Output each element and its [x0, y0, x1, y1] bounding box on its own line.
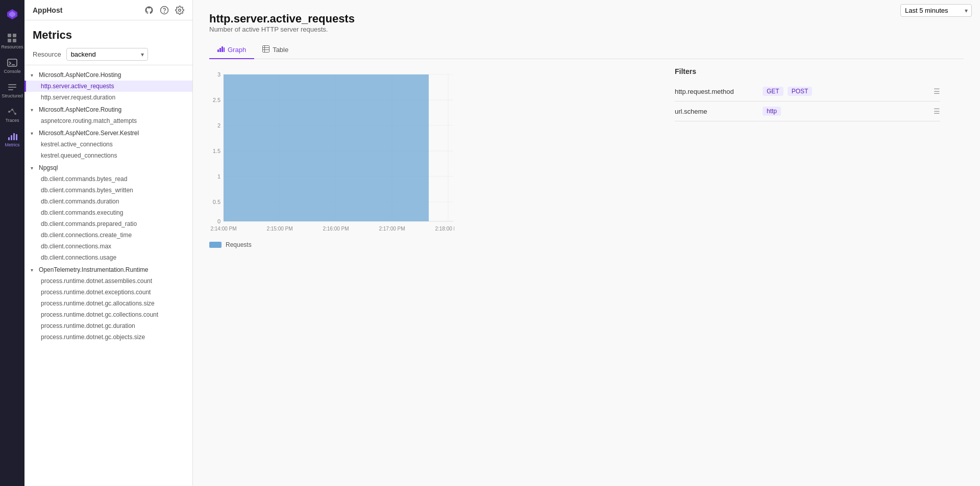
tree-item[interactable]: process.runtime.dotnet.exceptions.count: [24, 287, 192, 298]
filter-values-0: GET POST: [763, 87, 927, 96]
github-icon[interactable]: [144, 6, 154, 15]
filter-row-0: http.request.method GET POST ☰: [675, 82, 940, 101]
tree-item[interactable]: process.runtime.dotnet.gc.allocations.si…: [24, 298, 192, 309]
tab-graph-label: Graph: [228, 46, 246, 54]
svg-line-15: [13, 110, 14, 113]
filter-name-1: url.scheme: [675, 108, 756, 115]
top-bar-icons: [144, 6, 184, 15]
tree-item[interactable]: kestrel.queued_connections: [24, 150, 192, 161]
svg-text:2:17:00 PM: 2:17:00 PM: [379, 226, 405, 232]
tab-table[interactable]: Table: [254, 41, 297, 59]
app-title-bar: AppHost: [33, 6, 62, 14]
svg-line-14: [10, 110, 11, 112]
tree-item[interactable]: process.runtime.dotnet.gc.objects.size: [24, 331, 192, 343]
svg-text:1.5: 1.5: [213, 148, 220, 154]
svg-rect-23: [217, 49, 219, 52]
tree-group-header[interactable]: ▾Npgsql: [24, 162, 192, 173]
sidebar-item-traces[interactable]: Traces: [0, 104, 24, 126]
tree-item[interactable]: process.runtime.dotnet.gc.collections.co…: [24, 309, 192, 320]
app-logo: [6, 8, 18, 20]
left-panel: AppHost Metrics Resource: [24, 0, 193, 486]
chevron-icon: ▾: [31, 131, 37, 136]
filter-value-http[interactable]: http: [763, 107, 781, 116]
tree-item[interactable]: db.client.commands.bytes_read: [24, 173, 192, 185]
chart-wrapper: 3 2.5 2 1.5 1 0.5 0: [209, 67, 964, 474]
svg-text:2:16:00 PM: 2:16:00 PM: [323, 226, 349, 232]
filters-panel: Filters http.request.method GET POST ☰ u…: [675, 67, 940, 474]
chart-legend: Requests: [209, 241, 658, 248]
tree-group: ▾OpenTelemetry.Instrumentation.Runtimepr…: [24, 264, 192, 343]
resource-label: Resource: [33, 50, 61, 58]
tree-group-header[interactable]: ▾OpenTelemetry.Instrumentation.Runtime: [24, 264, 192, 275]
svg-rect-10: [8, 89, 13, 90]
filter-name-0: http.request.method: [675, 88, 756, 95]
tree-item[interactable]: db.client.commands.bytes_written: [24, 185, 192, 196]
filter-menu-icon-0[interactable]: ☰: [934, 87, 940, 95]
tree-group-label: Npgsql: [39, 164, 58, 171]
tree-item[interactable]: process.runtime.dotnet.assemblies.count: [24, 275, 192, 287]
tree-item[interactable]: kestrel.active_connections: [24, 139, 192, 150]
tree-item[interactable]: db.client.commands.prepared_ratio: [24, 218, 192, 229]
tree-group-header[interactable]: ▾Microsoft.AspNetCore.Hosting: [24, 69, 192, 81]
top-bar: AppHost: [24, 0, 192, 20]
tree-group-header[interactable]: ▾Microsoft.AspNetCore.Routing: [24, 104, 192, 115]
tree-item[interactable]: http.server.request.duration: [24, 92, 192, 103]
page-title: Metrics: [33, 29, 184, 42]
svg-text:2.5: 2.5: [213, 97, 220, 103]
resource-select-wrapper: backend: [66, 48, 148, 61]
svg-text:2:14:00 PM: 2:14:00 PM: [210, 226, 236, 232]
sidebar-item-console[interactable]: Console: [0, 55, 24, 77]
svg-rect-2: [8, 34, 11, 37]
tree-group: ▾Microsoft.AspNetCore.Hostinghttp.server…: [24, 69, 192, 103]
svg-marker-50: [224, 74, 429, 221]
svg-rect-16: [8, 137, 10, 140]
svg-text:0.5: 0.5: [213, 199, 220, 205]
svg-rect-3: [13, 34, 16, 37]
sidebar-item-resources[interactable]: Resources: [0, 30, 24, 53]
settings-icon[interactable]: [175, 6, 184, 15]
metrics-icon: [7, 131, 17, 141]
metric-area: http.server.active_requests Number of ac…: [193, 0, 980, 486]
tree-item[interactable]: http.server.active_requests: [24, 81, 192, 92]
sidebar-item-structured[interactable]: Structured: [0, 79, 24, 101]
svg-rect-25: [222, 46, 223, 52]
tree-group-header[interactable]: ▾Microsoft.AspNetCore.Server.Kestrel: [24, 127, 192, 139]
help-icon[interactable]: [160, 6, 169, 15]
app-title-text: AppHost: [33, 6, 62, 14]
svg-rect-8: [8, 84, 16, 85]
tree-item[interactable]: db.client.connections.usage: [24, 252, 192, 263]
svg-rect-26: [224, 47, 225, 52]
svg-rect-4: [8, 39, 11, 42]
structured-icon: [7, 82, 17, 92]
tree-item[interactable]: process.runtime.dotnet.gc.duration: [24, 320, 192, 331]
metric-header-section: http.server.active_requests Number of ac…: [209, 12, 964, 41]
time-range-select[interactable]: Last 5 minutes Last 15 minutes Last 30 m…: [900, 4, 972, 17]
grid-icon: [7, 33, 17, 43]
filter-value-get[interactable]: GET: [763, 87, 783, 96]
filter-menu-icon-1[interactable]: ☰: [934, 107, 940, 115]
tree-group: ▾Npgsqldb.client.commands.bytes_readdb.c…: [24, 162, 192, 263]
tree-group: ▾Microsoft.AspNetCore.Server.Kestrelkest…: [24, 127, 192, 161]
tab-graph[interactable]: Graph: [209, 41, 254, 59]
filter-value-post[interactable]: POST: [788, 87, 813, 96]
tree-item[interactable]: db.client.connections.max: [24, 241, 192, 252]
tree-item[interactable]: db.client.connections.create_time: [24, 229, 192, 241]
metrics-tree: ▾Microsoft.AspNetCore.Hostinghttp.server…: [24, 65, 192, 486]
svg-text:1: 1: [217, 173, 220, 180]
resource-select[interactable]: backend: [66, 48, 148, 61]
metric-title: http.server.active_requests: [209, 12, 964, 25]
tree-item[interactable]: aspnetcore.routing.match_attempts: [24, 115, 192, 126]
sidebar-item-metrics[interactable]: Metrics: [0, 128, 24, 150]
svg-text:2: 2: [217, 122, 220, 129]
chart-svg-wrapper: 3 2.5 2 1.5 1 0.5 0: [209, 67, 658, 237]
tree-item[interactable]: db.client.commands.executing: [24, 207, 192, 218]
tree-group-label: Microsoft.AspNetCore.Hosting: [39, 71, 121, 79]
svg-text:3: 3: [217, 71, 220, 78]
filters-title: Filters: [675, 67, 940, 75]
svg-rect-18: [13, 133, 15, 140]
resource-row: Resource backend: [33, 48, 184, 61]
tree-item[interactable]: db.client.commands.duration: [24, 196, 192, 207]
chevron-icon: ▾: [31, 107, 37, 113]
tree-group-label: OpenTelemetry.Instrumentation.Runtime: [39, 266, 149, 273]
tab-table-label: Table: [273, 46, 288, 54]
